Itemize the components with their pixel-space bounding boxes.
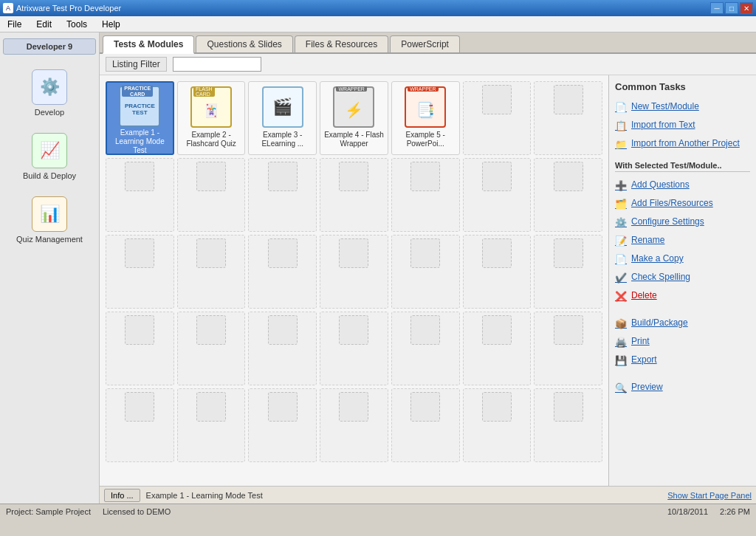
module-item-empty-18 bbox=[320, 235, 388, 309]
module-item-empty-27 bbox=[463, 312, 532, 385]
empty-icon-13 bbox=[482, 162, 512, 191]
module-item-empty-29 bbox=[106, 388, 174, 462]
module-item-5[interactable]: WRAPPER 📑 Example 5 -PowerPoi... bbox=[391, 81, 460, 155]
module-icon-2: FLASHCARD 🃏 bbox=[189, 85, 233, 129]
module-label-3: Example 3 -ELearning ... bbox=[261, 131, 303, 148]
module-icon-1: PRACTICECARD PRACTICETEST bbox=[117, 86, 162, 127]
info-button[interactable]: Info ... bbox=[104, 489, 140, 502]
title-bar: A Atrixware Test Pro Developer ─ □ ✕ bbox=[0, 0, 756, 16]
menu-edit[interactable]: Edit bbox=[32, 18, 56, 31]
module-item-empty-22 bbox=[106, 312, 174, 385]
import-text-link[interactable]: 📋 Import from Text bbox=[615, 118, 750, 134]
module-grid: PRACTICECARD PRACTICETEST Example 1 -Lea… bbox=[100, 75, 608, 486]
right-panel: Common Tasks 📄 New Test/Module 📋 Import … bbox=[608, 75, 756, 486]
empty-icon-27 bbox=[482, 315, 512, 345]
quiz-icon: 📊 bbox=[32, 196, 67, 232]
empty-icon-28 bbox=[554, 315, 583, 345]
empty-icon-21 bbox=[554, 238, 583, 268]
empty-icon-35 bbox=[554, 392, 583, 422]
module-item-empty-14 bbox=[534, 158, 602, 232]
export-icon: 💾 bbox=[615, 355, 627, 367]
sidebar-item-quiz-management[interactable]: 📊 Quiz Management bbox=[3, 190, 96, 248]
delete-link[interactable]: ❌ Delete bbox=[615, 289, 750, 304]
content-area: Tests & Modules Questions & Slides Files… bbox=[100, 32, 756, 504]
tab-questions-slides[interactable]: Questions & Slides bbox=[196, 35, 292, 52]
empty-icon-29 bbox=[125, 392, 154, 422]
empty-icon-7 bbox=[554, 85, 583, 114]
module-item-empty-34 bbox=[463, 388, 532, 462]
import-project-icon: 📁 bbox=[615, 139, 627, 151]
filter-input[interactable] bbox=[173, 57, 261, 72]
filter-bar: Listing Filter bbox=[100, 54, 756, 75]
show-start-page-link[interactable]: Show Start Page Panel bbox=[667, 491, 752, 500]
module-item-empty-24 bbox=[248, 312, 317, 385]
module-item-empty-12 bbox=[391, 158, 460, 232]
module-item-empty-10 bbox=[248, 158, 317, 232]
add-files-icon: 🗂️ bbox=[615, 199, 627, 210]
app-title: Atrixware Test Pro Developer bbox=[16, 4, 121, 13]
rename-icon: 📝 bbox=[615, 236, 627, 247]
maximize-button[interactable]: □ bbox=[725, 2, 738, 14]
empty-icon-11 bbox=[339, 162, 368, 191]
module-item-empty-28 bbox=[534, 312, 602, 385]
menu-file[interactable]: File bbox=[3, 18, 26, 31]
sidebar-label: Developer 9 bbox=[3, 38, 96, 55]
delete-icon: ❌ bbox=[615, 291, 627, 303]
empty-icon-22 bbox=[125, 315, 154, 345]
filter-label: Listing Filter bbox=[106, 57, 167, 72]
empty-icon-16 bbox=[196, 238, 226, 268]
import-project-link[interactable]: 📁 Import from Another Project bbox=[615, 137, 750, 152]
module-item-empty-25 bbox=[320, 312, 388, 385]
add-questions-icon: ➕ bbox=[615, 180, 627, 192]
empty-icon-17 bbox=[268, 238, 298, 268]
module-item-empty-15 bbox=[106, 235, 174, 309]
module-area: PRACTICECARD PRACTICETEST Example 1 -Lea… bbox=[100, 75, 756, 486]
module-item-empty-19 bbox=[391, 235, 460, 309]
main-layout: Developer 9 ⚙️ Develop 📈 Build & Deploy … bbox=[0, 32, 756, 504]
preview-link[interactable]: 🔍 Preview bbox=[615, 380, 750, 396]
module-item-empty-30 bbox=[177, 388, 246, 462]
module-item-empty-32 bbox=[320, 388, 388, 462]
develop-icon: ⚙️ bbox=[32, 69, 67, 105]
menu-help[interactable]: Help bbox=[97, 18, 125, 31]
module-item-3[interactable]: 🎬 Example 3 -ELearning ... bbox=[248, 81, 317, 155]
module-item-2[interactable]: FLASHCARD 🃏 Example 2 -Flashcard Quiz bbox=[177, 81, 246, 155]
module-item-4[interactable]: WRAPPER ⚡ Example 4 - FlashWrapper bbox=[320, 81, 388, 155]
print-link[interactable]: 🖨️ Print bbox=[615, 334, 750, 350]
empty-icon-30 bbox=[196, 392, 226, 422]
add-files-link[interactable]: 🗂️ Add Files/Resources bbox=[615, 196, 750, 212]
build-package-link[interactable]: 📦 Build/Package bbox=[615, 316, 750, 331]
add-questions-link[interactable]: ➕ Add Questions bbox=[615, 178, 750, 193]
module-item-empty-13 bbox=[463, 158, 532, 232]
module-label-4: Example 4 - FlashWrapper bbox=[324, 131, 384, 148]
date-label: 10/18/2011 bbox=[667, 507, 708, 516]
configure-icon: ⚙️ bbox=[615, 217, 627, 229]
empty-icon-23 bbox=[196, 315, 226, 345]
module-icon-3: 🎬 bbox=[261, 85, 305, 129]
tab-powerscript[interactable]: PowerScript bbox=[390, 35, 460, 52]
module-label-5: Example 5 -PowerPoi... bbox=[406, 131, 445, 148]
empty-icon-33 bbox=[410, 392, 440, 422]
tab-tests-modules[interactable]: Tests & Modules bbox=[103, 35, 194, 54]
empty-icon-32 bbox=[339, 392, 368, 422]
close-button[interactable]: ✕ bbox=[740, 2, 753, 14]
module-item-empty-35 bbox=[534, 388, 602, 462]
empty-icon-31 bbox=[268, 392, 298, 422]
check-spelling-link[interactable]: ✔️ Check Spelling bbox=[615, 270, 750, 286]
tab-files-resources[interactable]: Files & Resources bbox=[295, 35, 388, 52]
make-copy-link[interactable]: 📄 Make a Copy bbox=[615, 252, 750, 267]
sidebar: Developer 9 ⚙️ Develop 📈 Build & Deploy … bbox=[0, 32, 100, 504]
module-item-empty-7 bbox=[534, 81, 602, 155]
sidebar-build-label: Build & Deploy bbox=[23, 171, 76, 180]
new-test-link[interactable]: 📄 New Test/Module bbox=[615, 100, 750, 115]
module-item-1[interactable]: PRACTICECARD PRACTICETEST Example 1 -Lea… bbox=[106, 81, 174, 155]
minimize-button[interactable]: ─ bbox=[710, 2, 724, 14]
rename-link[interactable]: 📝 Rename bbox=[615, 233, 750, 249]
sidebar-item-develop[interactable]: ⚙️ Develop bbox=[3, 63, 96, 121]
app-icon: A bbox=[3, 3, 13, 13]
sidebar-item-build-deploy[interactable]: 📈 Build & Deploy bbox=[3, 127, 96, 185]
menu-tools[interactable]: Tools bbox=[62, 18, 92, 31]
export-link[interactable]: 💾 Export bbox=[615, 353, 750, 368]
import-text-icon: 📋 bbox=[615, 120, 627, 132]
configure-link[interactable]: ⚙️ Configure Settings bbox=[615, 215, 750, 230]
